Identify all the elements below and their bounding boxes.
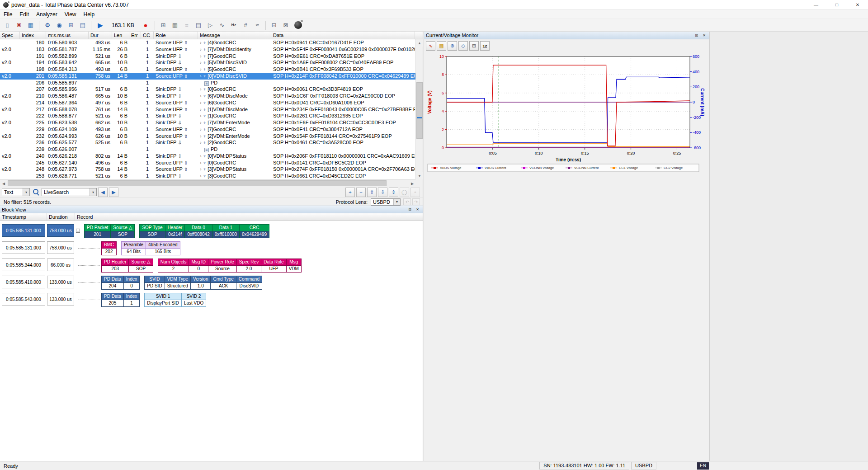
table-row[interactable]: 2450:05.627.140496 us6 B1Source:UFP⇧›♆[0…: [0, 160, 415, 166]
zoom-out-button[interactable]: −: [356, 188, 366, 197]
table-row[interactable]: v2.02250:05.623.538662 us10 B1Sink:DFP⇩›…: [0, 119, 415, 126]
column-header-len[interactable]: Len: [112, 32, 129, 39]
table-row[interactable]: 2140:05.587.364497 us6 B1Source:UFP⇧›♆[6…: [0, 99, 415, 106]
expand-chevron-icon[interactable]: ›: [200, 140, 202, 145]
view-monitor-button[interactable]: ≈: [252, 20, 263, 31]
capture-start-button[interactable]: ▶: [94, 20, 107, 31]
table-row[interactable]: 2390:05.626.0071≣PD: [0, 146, 415, 153]
expand-chevron-icon[interactable]: ›: [200, 173, 202, 179]
column-header-index[interactable]: Index: [20, 32, 46, 39]
expand-chevron-icon[interactable]: ›: [200, 53, 202, 59]
chart-grid-button[interactable]: ⊞: [469, 41, 479, 51]
scroll-down-button[interactable]: ▼: [416, 172, 423, 179]
column-header-err[interactable]: Err: [129, 32, 141, 39]
view-waveform-button[interactable]: ∿: [217, 20, 227, 31]
menu-analyzer[interactable]: Analyzer: [33, 10, 61, 19]
table-row[interactable]: 2290:05.624.109493 us6 B1Source:UFP⇧›♆[7…: [0, 126, 415, 133]
table-row[interactable]: 2070:05.585.956517 us6 B1Sink:DFP⇩›♆[0]G…: [0, 86, 415, 93]
horizontal-scrollbar[interactable]: ◀ ▶: [0, 179, 416, 187]
chart-export-button[interactable]: ∿: [426, 41, 435, 51]
save-file-button[interactable]: ▦: [25, 20, 36, 31]
blockview-column-duration[interactable]: Duration: [47, 213, 75, 221]
table-row[interactable]: v2.02320:05.624.993626 us10 B1Source:UFP…: [0, 133, 415, 140]
view-frequency-button[interactable]: Hz: [228, 20, 239, 31]
close-file-button[interactable]: ✖: [14, 20, 24, 31]
expand-chevron-icon[interactable]: ›: [200, 160, 202, 165]
menu-view[interactable]: View: [61, 10, 80, 19]
scroll-up-button[interactable]: ▲: [416, 39, 423, 47]
table-row[interactable]: v2.01830:05.581.7871.15 ms26 B1Source:UF…: [0, 46, 415, 53]
block-row[interactable]: 0:05.585.131.000758.000 usBMC202Preamble…: [0, 240, 423, 257]
expand-chevron-icon[interactable]: ›: [200, 86, 202, 92]
block-row[interactable]: 0:05.585.543.000133.000 usPD Data205Inde…: [0, 291, 423, 309]
view-packet-button[interactable]: ⊞: [158, 20, 169, 31]
zoom-in-button[interactable]: +: [345, 188, 355, 197]
protocol-lens-select[interactable]: USBPD ▾: [371, 198, 401, 206]
blockview-column-record[interactable]: Record: [75, 213, 422, 221]
expand-chevron-icon[interactable]: ›: [200, 127, 202, 132]
lens-back-button[interactable]: ↶: [403, 198, 411, 205]
scroll-right-button[interactable]: ▶: [409, 180, 416, 187]
table-row[interactable]: v2.02100:05.586.487665 us10 B1Sink:DFP⇩›…: [0, 93, 415, 99]
expand-chevron-icon[interactable]: ›: [200, 107, 202, 112]
filter-options-button[interactable]: ◯: [400, 188, 409, 197]
vertical-scroll-thumb[interactable]: [416, 82, 423, 139]
go-first-packet-button[interactable]: ⇧: [367, 188, 377, 197]
device-settings-button[interactable]: ⚙: [42, 20, 53, 31]
menu-file[interactable]: File: [0, 10, 16, 19]
new-file-button[interactable]: ▯: [2, 20, 13, 31]
close-button[interactable]: ✕: [847, 0, 868, 10]
expand-chevron-icon[interactable]: ›: [200, 40, 202, 45]
table-row[interactable]: 2060:05.585.8971≣PD: [0, 80, 415, 86]
menu-help[interactable]: Help: [80, 10, 99, 19]
blockview-float-button[interactable]: ⊡: [406, 207, 413, 212]
expand-chevron-icon[interactable]: ›: [200, 66, 202, 72]
table-row[interactable]: v2.01940:05.583.642665 us10 B1Sink:DFP⇩›…: [0, 59, 415, 66]
scroll-left-button[interactable]: ◀: [0, 180, 7, 187]
expand-chevron-icon[interactable]: ›: [200, 73, 202, 79]
expand-chevron-icon[interactable]: ›: [200, 93, 202, 99]
column-header-dur[interactable]: Dur: [89, 32, 112, 39]
monitor-close-button[interactable]: ✕: [701, 33, 708, 38]
column-header-msg[interactable]: Message: [198, 32, 271, 39]
blockview-column-timestamp[interactable]: Timestamp: [0, 213, 47, 221]
column-header-data[interactable]: Data: [271, 32, 415, 39]
column-header-cc[interactable]: CC: [141, 32, 154, 39]
monitor-float-button[interactable]: ⊡: [693, 33, 700, 38]
view-measure-button[interactable]: #: [240, 20, 251, 31]
expand-chevron-icon[interactable]: ›: [200, 100, 202, 105]
block-row[interactable]: 0:05.585.344.00066.000 usPD Header203Sou…: [0, 257, 423, 274]
view-list-button[interactable]: ≡: [181, 20, 192, 31]
column-header-spec[interactable]: Spec: [0, 32, 20, 39]
table-row[interactable]: v2.02400:05.626.218802 us14 B1Sink:DFP⇩›…: [0, 153, 415, 160]
expand-chevron-icon[interactable]: ›: [200, 166, 202, 172]
current-voltage-chart[interactable]: 02468106004002000-200-400-6000:050:100:1…: [426, 53, 706, 174]
search-prev-button[interactable]: ◀: [98, 188, 108, 197]
chart-zoom-button[interactable]: ⊕: [448, 41, 457, 51]
view-replay-button[interactable]: ▷: [205, 20, 216, 31]
menu-edit[interactable]: Edit: [16, 10, 33, 19]
filter-detach-button[interactable]: ▫: [410, 188, 420, 197]
blockview-close-button[interactable]: ✕: [414, 207, 421, 212]
table-row[interactable]: 2220:05.588.877521 us6 B1Sink:DFP⇩›♆[1]G…: [0, 113, 415, 119]
horizontal-scroll-thumb[interactable]: [8, 180, 387, 186]
expand-chevron-icon[interactable]: ›: [200, 113, 202, 118]
hardware-filter-button[interactable]: ⊞: [66, 20, 76, 31]
view-block-button[interactable]: ▤: [193, 20, 204, 31]
table-row[interactable]: 1910:05.582.899521 us6 B1Sink:DFP⇩›♆[7]G…: [0, 53, 415, 60]
column-header-role[interactable]: Role: [154, 32, 198, 39]
go-selected-packet-button[interactable]: ⇕: [389, 188, 398, 197]
table-row[interactable]: v2.02480:05.627.973758 us14 B1Source:UFP…: [0, 166, 415, 173]
maximize-button[interactable]: □: [826, 0, 847, 10]
table-row[interactable]: v2.02170:05.588.078761 us14 B1Source:UFP…: [0, 106, 415, 113]
table-row[interactable]: 2530:05.628.771521 us6 B1Sink:DFP⇩›♆[3]G…: [0, 173, 415, 179]
table-row[interactable]: 1980:05.584.313493 us6 B1Source:UFP⇧›♆[5…: [0, 66, 415, 73]
table-row[interactable]: v2.02010:05.585.131758 us14 B1Source:UFP…: [0, 73, 415, 80]
io-settings-button[interactable]: ▤: [77, 20, 88, 31]
capture-settings-button[interactable]: ◉: [54, 20, 65, 31]
window-export-button[interactable]: ⊠: [280, 20, 291, 31]
window-duplicate-button[interactable]: ⊟: [269, 20, 279, 31]
chart-save-button[interactable]: ▦: [437, 41, 446, 51]
capture-stop-button[interactable]: ●: [139, 20, 152, 31]
expand-chevron-icon[interactable]: ›: [200, 120, 202, 125]
